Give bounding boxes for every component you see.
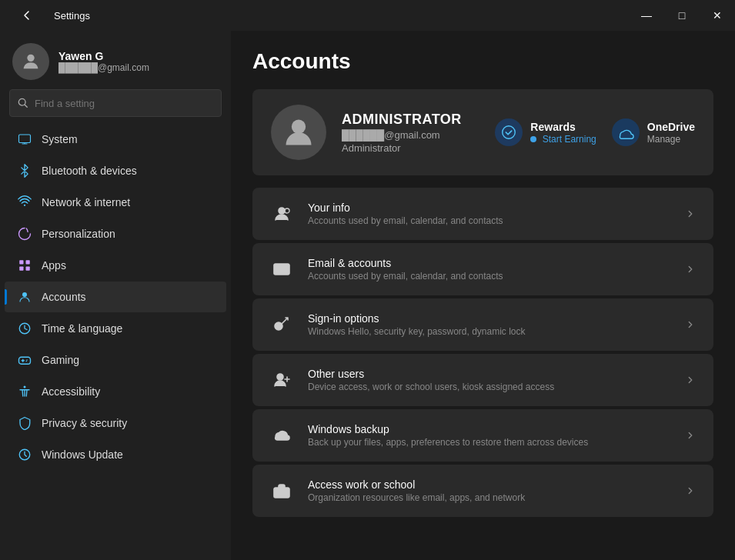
backup-icon <box>268 422 296 449</box>
onedrive-info: OneDrive Manage <box>647 121 695 145</box>
accounts-icon <box>17 289 32 305</box>
search-box[interactable] <box>9 89 222 117</box>
titlebar-title: Settings <box>54 10 90 22</box>
account-header-card: ADMINISTRATOR ██████@gmail.com Administr… <box>252 89 713 175</box>
account-email: ██████@gmail.com <box>342 129 479 141</box>
sidebar-search <box>0 89 231 123</box>
back-button[interactable] <box>9 0 45 31</box>
settings-item-backup[interactable]: Windows backup Back up your files, apps,… <box>252 409 713 462</box>
your-info-chevron <box>683 206 698 222</box>
backup-desc: Back up your files, apps, preferences to… <box>308 437 670 448</box>
sidebar-nav: System Bluetooth & devices <box>0 123 231 471</box>
email-desc: Accounts used by email, calendar, and co… <box>308 271 670 282</box>
sidebar-item-label-time: Time & language <box>42 322 122 335</box>
backup-chevron <box>683 428 698 443</box>
your-info-title: Your info <box>308 202 670 214</box>
email-text: Email & accounts Accounts used by email,… <box>308 257 670 282</box>
svg-point-22 <box>279 208 285 214</box>
briefcase-icon <box>268 477 296 505</box>
settings-item-other-users[interactable]: Other users Device access, work or schoo… <box>252 354 713 406</box>
sidebar-item-label-apps: Apps <box>42 259 66 272</box>
settings-item-email[interactable]: Email & accounts Accounts used by email,… <box>252 243 713 295</box>
app-body: Yawen G ██████@gmail.com <box>0 31 735 560</box>
backup-title: Windows backup <box>308 423 670 435</box>
sidebar-item-label-gaming: Gaming <box>42 354 79 366</box>
settings-item-work-school[interactable]: Access work or school Organization resou… <box>252 465 713 517</box>
other-users-title: Other users <box>308 368 670 380</box>
minimize-button[interactable]: — <box>629 0 664 31</box>
sidebar-item-bluetooth[interactable]: Bluetooth & devices <box>5 155 226 186</box>
onedrive-subtitle: Manage <box>647 134 695 145</box>
update-icon <box>17 447 32 462</box>
sidebar: Yawen G ██████@gmail.com <box>0 31 231 560</box>
avatar <box>12 43 49 80</box>
sidebar-item-apps[interactable]: Apps <box>5 250 226 281</box>
rewards-icon <box>495 118 523 146</box>
close-button[interactable]: ✕ <box>700 0 735 31</box>
other-users-desc: Device access, work or school users, kio… <box>308 382 670 392</box>
search-input[interactable] <box>35 98 213 109</box>
gaming-icon <box>17 352 32 368</box>
signin-text: Sign-in options Windows Hello, security … <box>308 312 670 337</box>
work-school-chevron <box>683 483 698 498</box>
svg-point-17 <box>26 361 28 362</box>
svg-rect-13 <box>19 357 31 364</box>
svg-point-21 <box>503 126 516 139</box>
account-details: ADMINISTRATOR ██████@gmail.com Administr… <box>342 112 479 154</box>
titlebar: Settings — □ ✕ <box>0 0 735 31</box>
email-chevron <box>683 262 698 277</box>
titlebar-left: Settings <box>9 0 90 31</box>
sidebar-item-accounts[interactable]: Accounts <box>5 282 226 312</box>
rewards-subtitle: Start Earning <box>530 134 596 145</box>
rewards-dot <box>530 136 536 142</box>
rewards-action[interactable]: Rewards Start Earning <box>495 118 596 146</box>
sidebar-item-label-bluetooth: Bluetooth & devices <box>42 165 137 177</box>
svg-rect-8 <box>26 260 30 264</box>
maximize-button[interactable]: □ <box>664 0 700 31</box>
sidebar-item-update[interactable]: Windows Update <box>5 439 226 470</box>
svg-point-6 <box>24 205 25 206</box>
your-info-icon <box>268 200 296 228</box>
sidebar-item-system[interactable]: System <box>5 124 226 155</box>
svg-point-11 <box>22 292 27 297</box>
svg-point-0 <box>27 55 34 62</box>
email-title: Email & accounts <box>308 257 670 269</box>
time-icon <box>17 321 32 336</box>
sidebar-item-label-accounts: Accounts <box>42 291 86 303</box>
other-users-text: Other users Device access, work or schoo… <box>308 368 670 392</box>
other-users-chevron <box>683 372 698 388</box>
sidebar-item-privacy[interactable]: Privacy & security <box>5 408 226 438</box>
svg-point-20 <box>292 120 306 134</box>
settings-item-signin[interactable]: Sign-in options Windows Hello, security … <box>252 298 713 351</box>
svg-point-25 <box>275 322 282 330</box>
signin-chevron <box>683 317 698 332</box>
signin-title: Sign-in options <box>308 312 670 325</box>
onedrive-action[interactable]: OneDrive Manage <box>612 118 695 146</box>
sidebar-item-network[interactable]: Network & internet <box>5 187 226 218</box>
svg-rect-10 <box>26 267 30 271</box>
sidebar-item-personalization[interactable]: Personalization <box>5 218 226 249</box>
svg-rect-9 <box>19 267 23 271</box>
onedrive-icon <box>612 118 640 146</box>
search-icon <box>18 98 28 108</box>
profile-email: ██████@gmail.com <box>58 62 149 73</box>
your-info-desc: Accounts used by email, calendar, and co… <box>308 215 670 226</box>
key-icon <box>268 311 296 338</box>
sidebar-item-accessibility[interactable]: Accessibility <box>5 376 226 407</box>
sidebar-item-time[interactable]: Time & language <box>5 313 226 344</box>
settings-item-your-info[interactable]: Your info Accounts used by email, calend… <box>252 188 713 240</box>
sidebar-item-label-personalization: Personalization <box>42 228 115 240</box>
backup-text: Windows backup Back up your files, apps,… <box>308 423 670 448</box>
svg-point-18 <box>24 386 26 388</box>
svg-point-26 <box>277 374 283 380</box>
main-content: Accounts ADMINISTRATOR ██████@gmail.com … <box>231 31 735 560</box>
sidebar-profile[interactable]: Yawen G ██████@gmail.com <box>0 31 231 89</box>
rewards-info: Rewards Start Earning <box>530 121 596 145</box>
onedrive-title: OneDrive <box>647 121 695 133</box>
privacy-icon <box>17 415 32 431</box>
account-avatar <box>271 105 326 160</box>
sidebar-item-gaming[interactable]: Gaming <box>5 345 226 375</box>
apps-icon <box>17 258 32 273</box>
accessibility-icon <box>17 384 32 399</box>
rewards-title: Rewards <box>530 121 596 133</box>
